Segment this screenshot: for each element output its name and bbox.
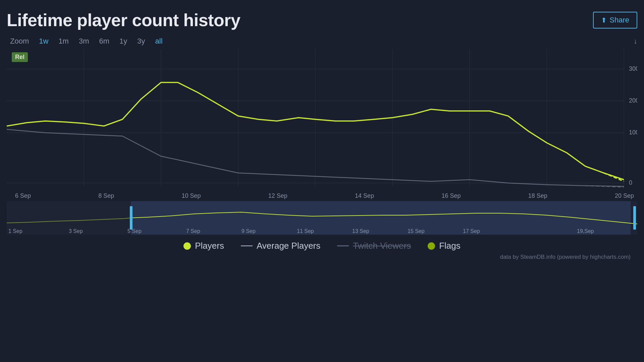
svg-text:11 Sep: 11 Sep <box>297 228 314 234</box>
svg-text:13 Sep: 13 Sep <box>352 228 369 234</box>
zoom-bar: Zoom 1w 1m 3m 6m 1y 3y all ↓ <box>7 37 637 46</box>
header-row: Lifetime player count history ⬆ Share <box>7 10 637 30</box>
download-icon[interactable]: ↓ <box>634 37 637 46</box>
svg-text:100k: 100k <box>629 129 637 136</box>
x-label-8sep: 8 Sep <box>98 192 114 199</box>
svg-rect-17 <box>131 201 631 235</box>
navigator-svg: 1 Sep 3 Sep 5 Sep 7 Sep 9 Sep 11 Sep 13 … <box>7 201 637 235</box>
players-label: Players <box>195 241 224 251</box>
rel-badge: Rel <box>12 52 28 62</box>
svg-text:3 Sep: 3 Sep <box>69 228 83 234</box>
svg-text:15 Sep: 15 Sep <box>408 228 425 234</box>
zoom-1w[interactable]: 1w <box>39 37 48 46</box>
twitch-label: Twitch Viewers <box>353 241 411 251</box>
page-title: Lifetime player count history <box>7 10 240 30</box>
x-label-14sep: 14 Sep <box>355 192 374 199</box>
share-icon: ⬆ <box>601 16 607 24</box>
svg-text:300k: 300k <box>629 65 637 72</box>
zoom-1m[interactable]: 1m <box>58 37 69 46</box>
svg-text:19,Sep: 19,Sep <box>577 228 594 234</box>
svg-text:0: 0 <box>629 179 632 186</box>
x-label-6sep: 6 Sep <box>15 192 31 199</box>
zoom-all[interactable]: all <box>155 37 163 46</box>
x-axis-labels-main: 6 Sep 8 Sep 10 Sep 12 Sep 14 Sep 16 Sep … <box>7 190 637 201</box>
svg-rect-19 <box>130 206 132 230</box>
legend-players[interactable]: Players <box>183 241 224 251</box>
svg-rect-20 <box>633 206 636 230</box>
svg-text:1 Sep: 1 Sep <box>8 228 22 234</box>
svg-text:7 Sep: 7 Sep <box>186 228 200 234</box>
x-label-10sep: 10 Sep <box>182 192 201 199</box>
zoom-3m[interactable]: 3m <box>79 37 89 46</box>
twitch-line <box>337 245 349 246</box>
flags-dot <box>428 242 435 250</box>
avg-players-label: Average Players <box>257 241 320 251</box>
x-label-20sep: 20 Sep <box>615 192 634 199</box>
main-chart-wrapper: Rel 300k 200k <box>7 49 637 190</box>
x-label-16sep: 16 Sep <box>441 192 461 199</box>
svg-text:17 Sep: 17 Sep <box>463 228 480 234</box>
share-label: Share <box>609 16 629 24</box>
legend-row: Players Average Players Twitch Viewers F… <box>7 235 637 254</box>
x-label-12sep: 12 Sep <box>268 192 287 199</box>
zoom-3y[interactable]: 3y <box>137 37 145 46</box>
legend-avg-players[interactable]: Average Players <box>241 241 320 251</box>
page-container: Lifetime player count history ⬆ Share Zo… <box>0 0 644 362</box>
zoom-label: Zoom <box>10 37 29 46</box>
share-button[interactable]: ⬆ Share <box>593 12 637 28</box>
flags-label: Flags <box>439 241 461 251</box>
zoom-6m[interactable]: 6m <box>99 37 110 46</box>
svg-text:5 Sep: 5 Sep <box>127 228 142 234</box>
main-chart-svg: 300k 200k 100k 0 <box>7 49 637 190</box>
zoom-1y[interactable]: 1y <box>119 37 127 46</box>
avg-players-line <box>241 245 253 246</box>
navigator-area[interactable]: 1 Sep 3 Sep 5 Sep 7 Sep 9 Sep 11 Sep 13 … <box>7 201 637 235</box>
attribution: data by SteamDB.info (powered by highcha… <box>7 254 637 262</box>
svg-text:200k: 200k <box>629 97 637 104</box>
svg-text:9 Sep: 9 Sep <box>241 228 256 234</box>
players-dot <box>183 242 191 250</box>
x-label-18sep: 18 Sep <box>528 192 547 199</box>
legend-twitch[interactable]: Twitch Viewers <box>337 241 411 251</box>
legend-flags[interactable]: Flags <box>428 241 461 251</box>
